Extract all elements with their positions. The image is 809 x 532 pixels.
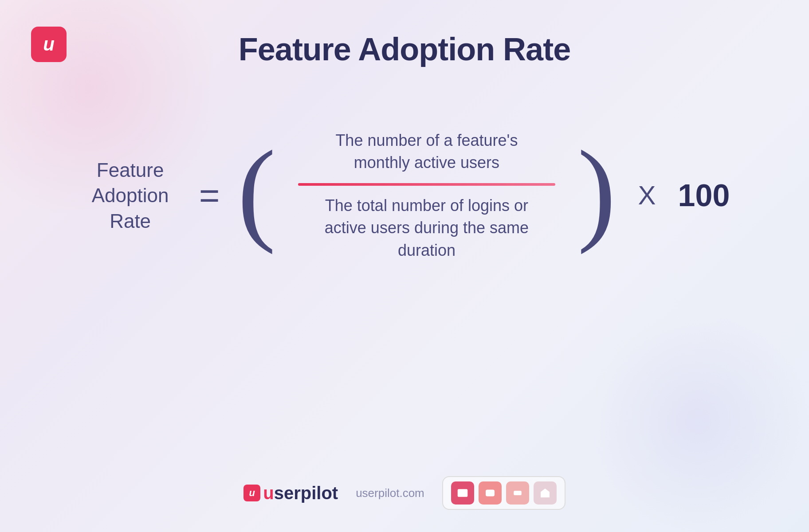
userpilot-url: userpilot.com [356, 486, 424, 500]
fraction: The number of a feature's monthly active… [289, 129, 564, 262]
denominator-line2: active users during the same [325, 219, 529, 237]
page-title: Feature Adoption Rate [239, 31, 570, 67]
app-icon-3-shape [511, 486, 524, 500]
label-line1: Feature [97, 159, 164, 181]
logo-badge: u [31, 27, 67, 62]
label-line2: Adoption [92, 184, 169, 206]
numerator-line1: The number of a feature's [335, 131, 518, 149]
numerator-line2: monthly active users [354, 153, 499, 172]
userpilot-u-badge: u [243, 485, 260, 501]
svg-rect-1 [486, 490, 495, 497]
denominator-line3: duration [398, 241, 456, 259]
close-paren: ) [577, 142, 616, 240]
open-paren: ( [237, 142, 276, 240]
app-icon-4 [534, 481, 557, 505]
formula-area: Feature Adoption Rate = ( The number of … [79, 129, 730, 262]
userpilot-suffix: serpilot [274, 483, 338, 503]
app-icon-3 [506, 481, 529, 505]
denominator-line1: The total number of logins or [325, 196, 528, 215]
denominator: The total number of logins or active use… [325, 186, 529, 262]
formula-left-label: Feature Adoption Rate [79, 157, 181, 234]
userpilot-brand-name: userpilot [263, 483, 338, 503]
svg-rect-0 [458, 489, 468, 497]
numerator: The number of a feature's monthly active… [335, 129, 518, 183]
app-icon-1 [451, 481, 474, 505]
multiply-sign: X [638, 180, 656, 211]
label-line3: Rate [110, 210, 151, 232]
multiplier-value: 100 [678, 178, 730, 213]
page-container: u Feature Adoption Rate Feature Adoption… [0, 0, 809, 532]
footer: u userpilot userpilot.com [0, 476, 809, 510]
userpilot-logo: u userpilot [243, 483, 338, 503]
userpilot-u-letter: u [249, 487, 255, 499]
logo-letter: u [43, 34, 55, 55]
app-icons-row [442, 476, 566, 510]
app-icon-2-shape [483, 486, 497, 500]
app-icon-2 [479, 481, 502, 505]
equals-sign: = [199, 178, 220, 213]
app-icon-4-shape [538, 486, 552, 500]
userpilot-prefix: u [263, 483, 274, 503]
app-icon-1-shape [456, 486, 469, 500]
svg-rect-2 [514, 491, 522, 495]
